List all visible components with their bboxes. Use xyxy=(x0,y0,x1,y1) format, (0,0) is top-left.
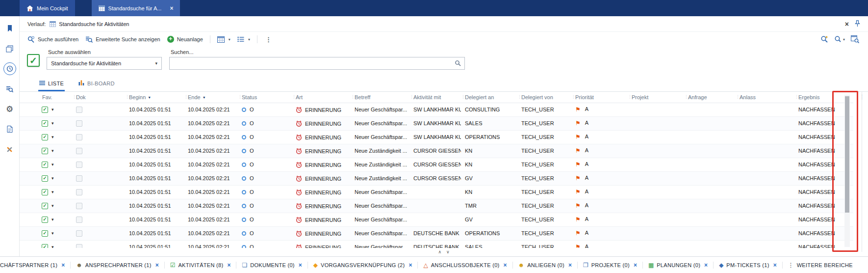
report-icon[interactable] xyxy=(3,123,16,136)
favorite-checkbox[interactable]: ✓ xyxy=(42,134,48,140)
dok-checkbox[interactable] xyxy=(76,107,82,113)
close-panel-icon[interactable]: × xyxy=(845,21,849,27)
row-dropdown-icon[interactable]: ▾ xyxy=(51,203,54,208)
dok-checkbox[interactable] xyxy=(76,134,82,140)
tools-icon[interactable] xyxy=(3,143,16,156)
dok-checkbox[interactable] xyxy=(76,189,82,195)
table-row[interactable]: ✓▾ 10.04.2025 01:51 10.04.2025 02:21 O E… xyxy=(20,144,853,158)
close-tab-icon[interactable]: × xyxy=(704,262,708,268)
column-header-aktivität-mit[interactable]: Aktivität mit xyxy=(409,92,461,103)
table-row[interactable]: ✓▾ 10.04.2025 01:51 10.04.2025 02:21 O E… xyxy=(20,226,853,240)
favorite-checkbox[interactable]: ✓ xyxy=(42,189,48,195)
history-clock-icon[interactable] xyxy=(3,62,16,75)
table-row[interactable]: ✓▾ 10.04.2025 01:51 10.04.2025 02:21 O E… xyxy=(20,213,853,226)
row-dropdown-icon[interactable]: ▾ xyxy=(51,162,54,167)
table-row[interactable]: ✓▾ 10.04.2025 01:51 10.04.2025 02:21 O E… xyxy=(20,240,853,248)
search-icon[interactable] xyxy=(455,60,461,67)
table-row[interactable]: ✓▾ 10.04.2025 01:51 10.04.2025 02:21 O E… xyxy=(20,158,853,171)
favorite-checkbox[interactable]: ✓ xyxy=(42,230,48,237)
table-row[interactable]: ✓▾ 10.04.2025 01:51 10.04.2025 02:21 O E… xyxy=(20,103,853,116)
expand-up-icon[interactable]: ∧ xyxy=(438,250,441,254)
bottom-tab-weitere-bereiche[interactable]: ⋮WEITERE BEREICHE xyxy=(783,257,858,273)
tab-standardsuche-aktivitaeten[interactable]: Standardsuche für A... × xyxy=(92,0,180,16)
row-dropdown-icon[interactable]: ▾ xyxy=(51,245,54,248)
row-dropdown-icon[interactable]: ▾ xyxy=(51,121,54,126)
column-header-dok[interactable]: Dok xyxy=(72,92,125,103)
bottom-tab-pm-tickets[interactable]: ◆PM-TICKETS (1)× xyxy=(714,257,782,273)
bottom-tab-planungen[interactable]: ▦PLANUNGEN (0)× xyxy=(643,257,713,273)
close-tab-icon[interactable]: × xyxy=(170,5,173,11)
table-row[interactable]: ✓▾ 10.04.2025 01:51 10.04.2025 02:21 O E… xyxy=(20,185,853,199)
search-options-icon[interactable]: ▾ xyxy=(834,35,845,43)
favorite-checkbox[interactable]: ✓ xyxy=(42,107,48,113)
tab-bi-board[interactable]: BI-BOARD xyxy=(77,80,116,91)
search-in-table-icon[interactable] xyxy=(851,35,859,43)
bottom-tab-anliegen[interactable]: ☻ANLIEGEN (0)× xyxy=(513,257,577,273)
row-dropdown-icon[interactable]: ▾ xyxy=(51,148,54,153)
list-view-button[interactable]: ▾ xyxy=(237,36,250,42)
close-tab-icon[interactable]: × xyxy=(504,262,507,268)
dok-checkbox[interactable] xyxy=(76,162,82,168)
row-dropdown-icon[interactable]: ▾ xyxy=(51,107,54,112)
copy-icon[interactable] xyxy=(3,42,16,55)
collapse-down-icon[interactable]: ∨ xyxy=(446,250,450,254)
dok-checkbox[interactable] xyxy=(76,175,82,182)
column-header-betreff[interactable]: Betreff xyxy=(351,92,409,103)
row-dropdown-icon[interactable]: ▾ xyxy=(51,217,54,222)
close-tab-icon[interactable]: × xyxy=(61,262,65,268)
close-tab-icon[interactable]: × xyxy=(408,262,412,268)
dok-checkbox[interactable] xyxy=(76,148,82,154)
close-tab-icon[interactable]: × xyxy=(773,262,777,268)
table-row[interactable]: ✓▾ 10.04.2025 01:51 10.04.2025 02:21 O E… xyxy=(20,199,853,213)
close-tab-icon[interactable]: × xyxy=(568,262,572,268)
close-tab-icon[interactable]: × xyxy=(634,262,637,268)
tab-mein-cockpit[interactable]: Mein Cockpit xyxy=(20,0,75,16)
favorite-checkbox[interactable]: ✓ xyxy=(42,120,48,127)
favorite-checkbox[interactable]: ✓ xyxy=(42,217,48,223)
table-row[interactable]: ✓▾ 10.04.2025 01:51 10.04.2025 02:21 O E… xyxy=(20,171,853,185)
table-row[interactable]: ✓▾ 10.04.2025 01:51 10.04.2025 02:21 O E… xyxy=(20,130,853,144)
favorite-checkbox[interactable]: ✓ xyxy=(42,148,48,154)
dok-checkbox[interactable] xyxy=(76,203,82,209)
column-header-ende[interactable]: Ende▼ xyxy=(184,92,238,103)
favorite-checkbox[interactable]: ✓ xyxy=(42,244,48,248)
bookmark-icon[interactable] xyxy=(3,22,16,35)
close-tab-icon[interactable]: × xyxy=(227,262,230,268)
column-header-projekt[interactable]: Projekt xyxy=(628,92,684,103)
new-search-icon[interactable] xyxy=(820,35,828,43)
favorite-checkbox[interactable]: ✓ xyxy=(42,203,48,209)
row-dropdown-icon[interactable]: ▾ xyxy=(51,190,54,194)
bottom-tab-ansprechpartner[interactable]: ☻ANSPRECHPARTNER (1)× xyxy=(71,257,164,273)
dok-checkbox[interactable] xyxy=(76,217,82,223)
history-current-item[interactable]: Standardsuche für Aktivitäten xyxy=(50,21,129,27)
column-header-delegiert-von[interactable]: Delegiert von xyxy=(517,92,571,103)
execute-search-button[interactable]: Suche ausführen xyxy=(27,36,78,43)
close-tab-icon[interactable]: × xyxy=(299,262,302,268)
pin-icon[interactable] xyxy=(855,20,860,28)
column-header-fav-[interactable]: Fav. xyxy=(20,92,72,103)
bottom-tab-projekte[interactable]: ❐PROJEKTE (0)× xyxy=(578,257,642,273)
table-row[interactable]: ✓▾ 10.04.2025 01:51 10.04.2025 02:21 O E… xyxy=(20,116,853,130)
dok-checkbox[interactable] xyxy=(76,120,82,127)
bottom-tab-dokumente[interactable]: ❏DOKUMENTE (0)× xyxy=(236,257,307,273)
favorite-checkbox[interactable]: ✓ xyxy=(42,175,48,182)
row-dropdown-icon[interactable]: ▾ xyxy=(51,231,54,236)
bottom-tab-chäftspartner[interactable]: CHÄFTSPARTNER (1)× xyxy=(0,257,70,273)
row-dropdown-icon[interactable]: ▾ xyxy=(51,176,54,181)
gear-icon[interactable]: ⚙ xyxy=(3,103,16,115)
bottom-tab-vorgangsverknüpfung[interactable]: ◆VORGANGSVERKNÜPFUNG (2)× xyxy=(308,257,418,273)
column-header-beginn[interactable]: Beginn▼ xyxy=(125,92,184,103)
search-select[interactable]: Standardsuche für Aktivitäten ▾ xyxy=(47,57,162,70)
column-header-status[interactable]: Status xyxy=(238,92,292,103)
row-dropdown-icon[interactable]: ▾ xyxy=(51,135,54,139)
column-header-delegiert-an[interactable]: Delegiert an xyxy=(461,92,517,103)
column-header-anfrage[interactable]: Anfrage xyxy=(684,92,736,103)
search-list-icon[interactable] xyxy=(3,82,16,95)
new-record-button[interactable]: + Neuanlage xyxy=(167,36,203,43)
favorite-checkbox[interactable]: ✓ xyxy=(42,162,48,168)
column-header-anlass[interactable]: Anlass xyxy=(736,92,794,103)
tab-liste[interactable]: LISTE xyxy=(38,81,65,91)
column-header-priorität[interactable]: Priorität xyxy=(571,92,628,103)
column-header-art[interactable]: Art xyxy=(292,92,351,103)
search-input[interactable] xyxy=(169,57,465,70)
